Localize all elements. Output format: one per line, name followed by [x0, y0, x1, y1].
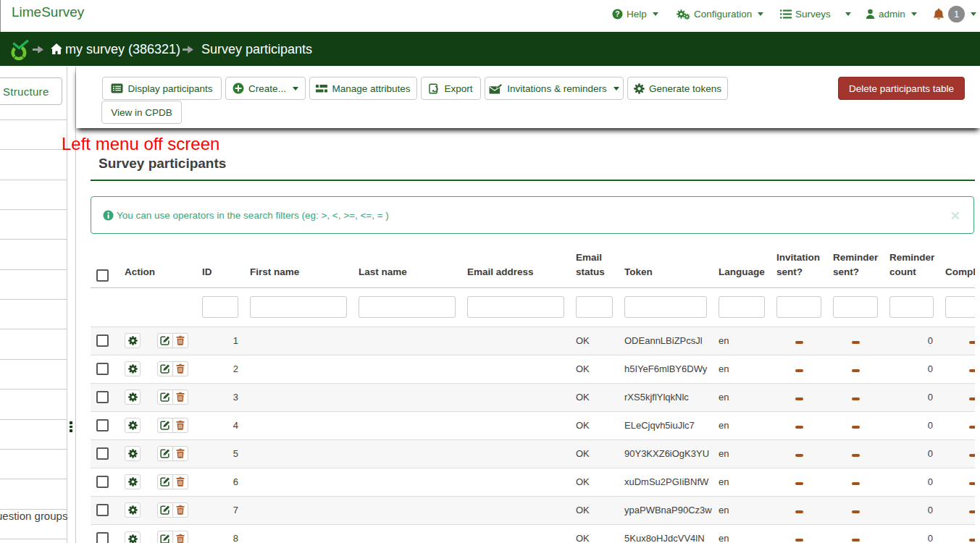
svg-text:?: ? — [615, 10, 619, 18]
